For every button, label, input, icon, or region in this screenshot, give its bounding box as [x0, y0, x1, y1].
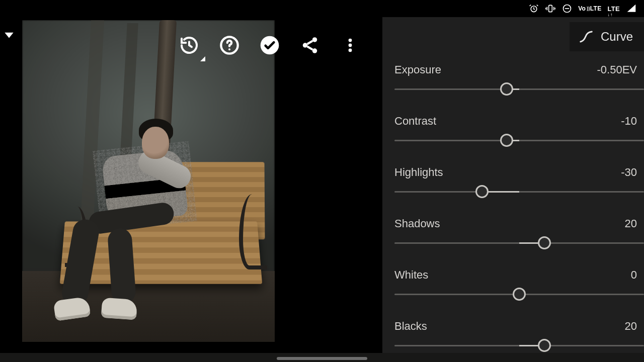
gesture-handle[interactable] [277, 357, 367, 360]
svg-point-9 [349, 39, 352, 42]
svg-rect-1 [549, 5, 552, 12]
curve-button[interactable]: Curve [570, 22, 644, 51]
svg-point-8 [312, 48, 317, 53]
slider-track[interactable] [394, 133, 644, 148]
signal-icon [626, 4, 637, 14]
volte-icon: Vo)) LTE [578, 6, 601, 12]
slider-label: Exposure [394, 63, 441, 76]
sliders-list: Exposure -0.50EV Contrast -10 Highlights… [382, 63, 644, 353]
slider-value: -10 [621, 115, 637, 128]
slider-thumb[interactable] [475, 185, 489, 198]
svg-point-4 [228, 48, 230, 50]
slider-value: -0.50EV [597, 63, 637, 76]
slider-blacks: Blacks 20 [394, 320, 644, 353]
slider-thumb[interactable] [500, 134, 513, 147]
slider-label: Highlights [394, 166, 443, 179]
slider-value: 20 [625, 320, 637, 333]
image-preview[interactable] [22, 20, 275, 342]
slider-thumb[interactable] [500, 82, 513, 96]
slider-track[interactable] [394, 235, 644, 250]
alarm-icon [529, 4, 539, 14]
slider-track[interactable] [394, 338, 644, 353]
slider-shadows: Shadows 20 [394, 217, 644, 250]
svg-point-7 [303, 43, 308, 48]
slider-label: Blacks [394, 320, 427, 333]
slider-value: 0 [631, 268, 637, 282]
slider-label: Contrast [394, 115, 436, 128]
curve-button-label: Curve [601, 30, 633, 44]
slider-track[interactable] [394, 81, 644, 97]
edited-photo [22, 20, 275, 342]
slider-value: -30 [621, 166, 637, 179]
slider-label: Shadows [394, 217, 440, 230]
slider-label: Whites [394, 268, 428, 282]
slider-track[interactable] [394, 287, 644, 302]
svg-point-6 [312, 37, 317, 42]
status-bar: Vo)) LTE LTE ↓↑ [522, 0, 644, 17]
svg-point-11 [349, 49, 352, 52]
slider-thumb[interactable] [538, 236, 551, 249]
panel-dropdown-button[interactable] [0, 28, 18, 63]
help-button[interactable] [215, 31, 244, 59]
slider-highlights: Highlights -30 [394, 166, 644, 199]
network-type-label: LTE ↓↑ [608, 6, 620, 12]
slider-whites: Whites 0 [394, 268, 644, 302]
slider-thumb[interactable] [538, 339, 551, 352]
slider-contrast: Contrast -10 [394, 115, 644, 148]
slider-thumb[interactable] [513, 288, 526, 301]
light-adjustments-panel: Curve Exposure -0.50EV Contrast -10 High… [382, 17, 644, 353]
top-toolbar [175, 29, 364, 61]
panel-header: Curve [382, 17, 644, 63]
slider-value: 20 [625, 217, 637, 230]
confirm-button[interactable] [256, 31, 284, 59]
do-not-disturb-icon [562, 4, 572, 14]
slider-exposure: Exposure -0.50EV [394, 63, 644, 97]
chevron-corner-icon [200, 56, 205, 61]
vibrate-icon [545, 4, 556, 14]
slider-track[interactable] [394, 184, 644, 199]
overflow-menu-button[interactable] [336, 31, 364, 59]
svg-point-10 [349, 44, 352, 47]
history-button[interactable] [175, 31, 203, 59]
curve-icon [579, 29, 594, 44]
share-button[interactable] [296, 31, 324, 59]
